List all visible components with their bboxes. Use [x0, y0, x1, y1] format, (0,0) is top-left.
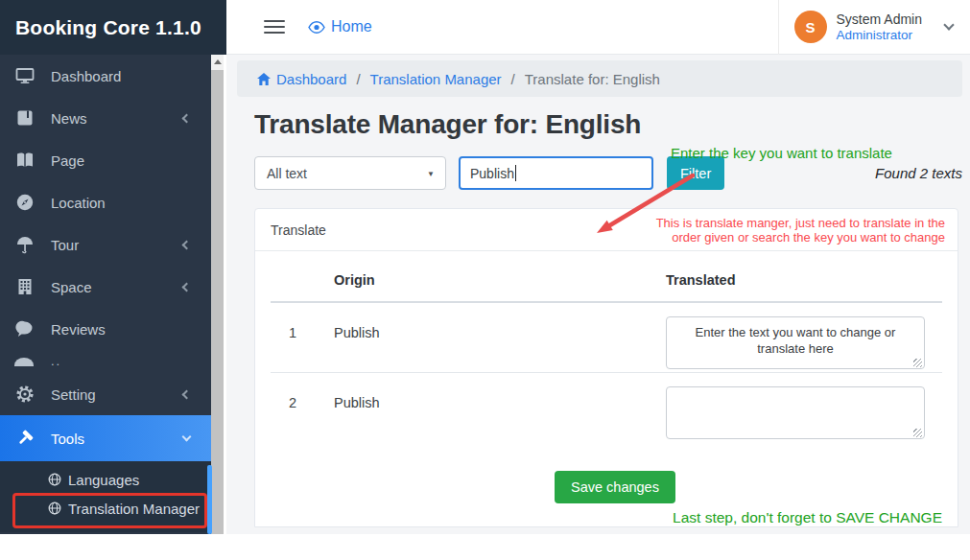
chevron-down-icon — [182, 432, 192, 442]
news-icon — [14, 107, 35, 128]
globe-icon — [48, 502, 61, 515]
chevron-left-icon — [182, 389, 192, 399]
select-value: All text — [267, 166, 307, 181]
logo[interactable]: Booking Core 1.1.0 — [0, 0, 226, 55]
chat-bubble-icon — [14, 318, 35, 339]
text-type-select[interactable]: All text ▼ — [254, 156, 446, 190]
select-caret-icon: ▼ — [427, 170, 435, 178]
hammer-icon — [14, 428, 35, 449]
sidebar-item-label: Space — [51, 279, 183, 295]
result-count: Found 2 texts — [875, 165, 962, 181]
sidebar-scrollbar[interactable] — [211, 55, 224, 534]
column-header-origin: Origin — [334, 272, 666, 288]
sidebar-item-news[interactable]: News — [0, 97, 211, 139]
row-index: 2 — [289, 386, 334, 410]
table-row: 2 Publish — [271, 373, 942, 448]
page-title: Translate Manager for: English — [254, 109, 970, 140]
search-input[interactable]: Publish — [459, 156, 653, 190]
eye-icon — [308, 21, 325, 34]
app-window: Booking Core 1.1.0 Dashboard News — [0, 0, 970, 534]
breadcrumb: Dashboard / Translation Manager / Transl… — [237, 60, 962, 97]
chevron-left-icon — [182, 113, 192, 123]
sidebar-item-languages[interactable]: Languages — [0, 465, 211, 494]
page-body: Translate Manager for: English All text … — [226, 97, 970, 527]
filter-button[interactable]: Filter — [667, 156, 724, 190]
tools-submenu: Languages Translation Manager — [0, 461, 211, 532]
column-header-translated: Translated — [666, 272, 942, 288]
resize-handle[interactable] — [913, 359, 922, 367]
sidebar-item-label: Page — [51, 152, 211, 169]
breadcrumb-translation-manager[interactable]: Translation Manager — [370, 71, 502, 87]
card-header: Translate This is translate manger, just… — [255, 209, 958, 251]
sidebar-item-dashboard[interactable]: Dashboard — [0, 55, 211, 97]
sidebar-item-reviews[interactable]: Reviews — [0, 308, 211, 350]
scrollbar-thumb[interactable] — [211, 70, 224, 534]
chevron-left-icon — [182, 240, 192, 249]
compass-icon — [14, 192, 35, 213]
row-index: 1 — [289, 316, 334, 340]
umbrella-icon — [14, 234, 35, 255]
filter-controls: All text ▼ Publish Filter Found 2 texts — [254, 156, 962, 190]
table-row: 1 Publish Enter the text you want to cha… — [271, 303, 942, 373]
sidebar-item-label: Setting — [51, 386, 183, 403]
chevron-down-icon — [943, 19, 954, 30]
user-role: Administrator — [837, 28, 922, 43]
sidebar-item-space[interactable]: Space — [0, 266, 211, 308]
scrollbar-up-arrow[interactable] — [211, 55, 224, 69]
breadcrumb-current: Translate for: English — [525, 71, 660, 87]
sidebar-item-partial[interactable]: .. — [0, 350, 211, 373]
slim-scrollbar-thumb[interactable] — [207, 465, 212, 534]
breadcrumb-dashboard[interactable]: Dashboard — [257, 71, 346, 87]
partial-icon — [14, 358, 35, 366]
translate-table: Origin Translated 1 Publish Enter the te… — [255, 251, 958, 503]
user-name: System Admin — [837, 12, 922, 28]
sidebar-item-label: Tools — [51, 431, 183, 447]
search-input-value: Publish — [470, 166, 514, 181]
user-menu[interactable]: S System Admin Administrator — [778, 0, 970, 55]
sidebar-item-setting[interactable]: Setting — [0, 373, 211, 415]
sidebar-item-label: Translation Manager — [68, 501, 200, 517]
breadcrumb-separator: / — [356, 71, 360, 87]
sidebar-item-page[interactable]: Page — [0, 139, 211, 181]
sidebar-menu: Dashboard News Page Location — [0, 55, 211, 534]
sidebar-item-label: .. — [51, 354, 61, 368]
globe-icon — [48, 473, 61, 486]
sidebar-item-tools[interactable]: Tools — [0, 415, 211, 461]
avatar: S — [794, 11, 827, 43]
origin-text: Publish — [334, 386, 666, 410]
sidebar-item-label: Location — [51, 195, 211, 211]
translate-card: Translate This is translate manger, just… — [254, 208, 958, 527]
app-title: Booking Core 1.1.0 — [15, 16, 201, 39]
open-book-icon — [14, 150, 35, 171]
save-changes-button[interactable]: Save changes — [555, 471, 675, 503]
topbar: Home S System Admin Administrator — [226, 0, 970, 55]
sidebar-item-tour[interactable]: Tour — [0, 223, 211, 266]
origin-text: Publish — [334, 316, 666, 340]
hamburger-menu-icon[interactable] — [264, 16, 285, 37]
sidebar-item-translation-manager[interactable]: Translation Manager — [0, 494, 211, 523]
sidebar-item-location[interactable]: Location — [0, 181, 211, 223]
resize-handle[interactable] — [913, 429, 922, 437]
monitor-icon — [14, 65, 35, 86]
gear-icon — [14, 384, 35, 405]
translated-textarea[interactable]: Enter the text you want to change or tra… — [666, 316, 925, 369]
home-icon — [257, 73, 271, 85]
text-cursor — [515, 165, 516, 181]
building-icon — [14, 276, 35, 297]
home-link[interactable]: Home — [308, 18, 372, 35]
annotation-card-hint: This is translate manger, just need to t… — [656, 216, 945, 245]
sidebar: Booking Core 1.1.0 Dashboard News — [0, 0, 226, 534]
annotation-save-hint: Last step, don't forget to SAVE CHANGE — [673, 509, 942, 526]
sidebar-item-label: Reviews — [51, 321, 211, 338]
sidebar-item-label: News — [51, 110, 183, 127]
annotation-search-hint: Enter the key you want to translate — [671, 145, 892, 161]
sidebar-item-label: Languages — [68, 472, 139, 488]
translated-textarea[interactable] — [666, 386, 925, 439]
chevron-left-icon — [182, 282, 192, 292]
table-header-row: Origin Translated — [271, 251, 942, 303]
card-title: Translate — [271, 222, 326, 238]
main-content: Dashboard / Translation Manager / Transl… — [226, 55, 970, 534]
sidebar-item-label: Dashboard — [51, 68, 211, 84]
breadcrumb-separator: / — [511, 71, 515, 87]
home-link-label: Home — [331, 18, 372, 35]
